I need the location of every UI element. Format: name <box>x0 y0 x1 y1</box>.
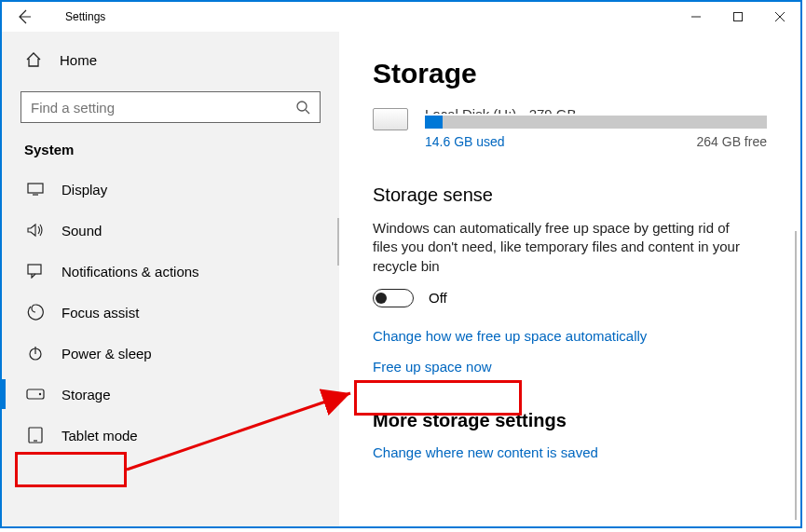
search-box[interactable] <box>20 91 321 123</box>
window-title: Settings <box>65 10 105 23</box>
sidebar-item-label: Sound <box>61 223 102 239</box>
sound-icon <box>26 221 45 239</box>
link-change-where[interactable]: Change where new content is saved <box>373 444 800 460</box>
sidebar-item-label: Tablet mode <box>61 428 138 443</box>
nav-list: Display Sound Notifications & actions Fo… <box>20 169 321 456</box>
back-button[interactable] <box>11 4 37 30</box>
toggle-label: Off <box>429 290 447 306</box>
close-button[interactable] <box>758 3 800 31</box>
usage-bar <box>425 116 767 129</box>
free-label: 264 GB free <box>697 134 768 149</box>
sidebar-item-storage[interactable]: Storage <box>20 374 321 415</box>
toggle-knob <box>376 293 387 304</box>
more-settings-heading: More storage settings <box>373 410 800 431</box>
sidebar-item-notifications[interactable]: Notifications & actions <box>20 251 321 292</box>
sidebar-item-sound[interactable]: Sound <box>20 210 321 251</box>
svg-point-12 <box>39 393 41 395</box>
sidebar-item-label: Storage <box>61 387 111 402</box>
minimize-button[interactable] <box>675 3 717 31</box>
titlebar: Settings <box>2 2 800 32</box>
home-link[interactable]: Home <box>20 43 321 76</box>
tablet-icon <box>26 426 45 444</box>
used-label: 14.6 GB used <box>425 134 505 149</box>
svg-rect-6 <box>28 184 43 193</box>
storage-sense-toggle[interactable] <box>373 289 414 307</box>
svg-rect-8 <box>28 265 41 274</box>
home-label: Home <box>60 52 97 68</box>
svg-line-5 <box>306 110 309 114</box>
disk-icon <box>373 108 408 130</box>
storage-sense-desc: Windows can automatically free up space … <box>373 219 800 276</box>
home-icon <box>24 50 43 69</box>
sidebar-item-power[interactable]: Power & sleep <box>20 333 321 374</box>
maximize-button[interactable] <box>717 3 758 31</box>
sidebar-item-label: Power & sleep <box>61 346 152 361</box>
sidebar-item-label: Focus assist <box>61 305 139 321</box>
svg-point-4 <box>297 102 307 111</box>
usage-bar-fill <box>425 116 443 129</box>
svg-rect-1 <box>733 13 742 21</box>
storage-icon <box>26 385 45 403</box>
main-content: Storage Local Disk (H:) - 279 GB 14.6 GB… <box>339 32 800 526</box>
sidebar-item-label: Notifications & actions <box>61 264 199 280</box>
page-title: Storage <box>373 58 800 89</box>
storage-sense-toggle-row: Off <box>373 289 800 307</box>
sidebar-item-tablet[interactable]: Tablet mode <box>20 415 321 456</box>
sidebar-item-label: Display <box>61 182 107 198</box>
sidebar-item-display[interactable]: Display <box>20 169 321 210</box>
content-scrollbar[interactable] <box>795 231 797 520</box>
link-free-up-now[interactable]: Free up space now <box>373 359 800 375</box>
storage-sense-heading: Storage sense <box>373 184 800 206</box>
category-heading: System <box>24 142 317 157</box>
notifications-icon <box>26 262 45 280</box>
settings-window: Settings Home System <box>0 0 802 528</box>
sidebar-item-focus-assist[interactable]: Focus assist <box>20 292 321 333</box>
disk-name: Local Disk (H:) - 279 GB <box>425 106 767 114</box>
focus-icon <box>26 303 45 321</box>
search-input[interactable] <box>31 100 295 116</box>
power-icon <box>26 344 45 362</box>
link-change-freeup[interactable]: Change how we free up space automaticall… <box>373 328 800 344</box>
sidebar: Home System Display Sound <box>2 32 339 526</box>
svg-rect-11 <box>27 389 44 399</box>
search-icon <box>295 100 310 115</box>
disk-row[interactable]: Local Disk (H:) - 279 GB 14.6 GB used 26… <box>373 106 800 149</box>
window-buttons <box>675 3 800 31</box>
display-icon <box>26 180 45 198</box>
